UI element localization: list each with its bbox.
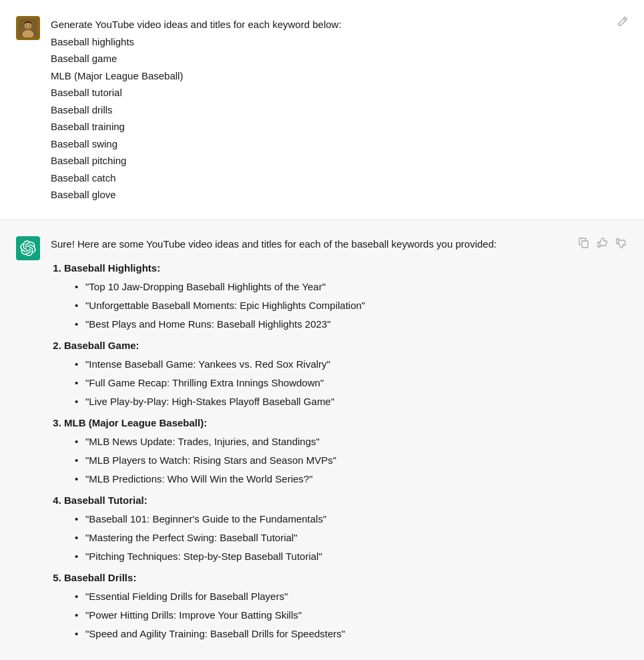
section-5: Baseball Drills: "Essential Fielding Dri… xyxy=(64,570,591,642)
keyword-4: Baseball tutorial xyxy=(51,84,591,101)
keyword-9: Baseball catch xyxy=(51,170,591,187)
ai-message: Sure! Here are some YouTube video ideas … xyxy=(0,220,644,661)
section-2-label: Baseball Game: xyxy=(64,340,139,351)
user-message-content: Generate YouTube video ideas and titles … xyxy=(51,16,591,204)
section-1-item-1: "Top 10 Jaw-Dropping Baseball Highlights… xyxy=(75,279,591,295)
user-message: Generate YouTube video ideas and titles … xyxy=(0,0,644,220)
section-3-items: "MLB News Update: Trades, Injuries, and … xyxy=(64,434,591,487)
section-2-item-3: "Live Play-by-Play: High-Stakes Playoff … xyxy=(75,394,591,410)
section-3-item-3: "MLB Predictions: Who Will Win the World… xyxy=(75,471,591,487)
section-4-items: "Baseball 101: Beginner's Guide to the F… xyxy=(64,511,591,565)
keyword-6: Baseball training xyxy=(51,118,591,135)
section-4-item-2: "Mastering the Perfect Swing: Baseball T… xyxy=(75,530,591,546)
svg-point-3 xyxy=(26,25,27,26)
ai-sections-list: Baseball Highlights: "Top 10 Jaw-Droppin… xyxy=(51,260,591,642)
section-4-label: Baseball Tutorial: xyxy=(64,494,147,506)
section-4-item-1: "Baseball 101: Beginner's Guide to the F… xyxy=(75,511,591,527)
ai-intro: Sure! Here are some YouTube video ideas … xyxy=(51,236,591,252)
keyword-10: Baseball glove xyxy=(51,186,591,204)
ai-avatar xyxy=(16,236,40,260)
svg-point-4 xyxy=(29,25,30,26)
user-avatar xyxy=(16,16,40,40)
ai-message-content: Sure! Here are some YouTube video ideas … xyxy=(51,236,591,647)
section-1-item-3: "Best Plays and Home Runs: Baseball High… xyxy=(75,316,591,332)
section-1: Baseball Highlights: "Top 10 Jaw-Droppin… xyxy=(64,260,591,332)
section-3: MLB (Major League Baseball): "MLB News U… xyxy=(64,415,591,487)
section-2-item-1: "Intense Baseball Game: Yankees vs. Red … xyxy=(75,356,591,372)
section-1-item-2: "Unforgettable Baseball Moments: Epic Hi… xyxy=(75,298,591,314)
section-5-item-1: "Essential Fielding Drills for Baseball … xyxy=(75,589,591,605)
keyword-5: Baseball drills xyxy=(51,101,591,119)
chat-container: Generate YouTube video ideas and titles … xyxy=(0,0,644,660)
keyword-1: Baseball highlights xyxy=(51,33,591,51)
section-3-item-1: "MLB News Update: Trades, Injuries, and … xyxy=(75,434,591,450)
keyword-2: Baseball game xyxy=(51,50,591,67)
keyword-8: Baseball pitching xyxy=(51,152,591,170)
svg-rect-5 xyxy=(582,241,588,248)
section-1-label: Baseball Highlights: xyxy=(64,262,160,274)
keyword-7: Baseball swing xyxy=(51,135,591,153)
keyword-3: MLB (Major League Baseball) xyxy=(51,67,591,85)
section-5-item-3: "Speed and Agility Training: Baseball Dr… xyxy=(75,626,591,642)
section-2: Baseball Game: "Intense Baseball Game: Y… xyxy=(64,338,591,410)
user-prompt: Generate YouTube video ideas and titles … xyxy=(51,16,591,33)
section-4-item-3: "Pitching Techniques: Step-by-Step Baseb… xyxy=(75,549,591,565)
copy-icon[interactable] xyxy=(577,236,591,252)
section-3-label: MLB (Major League Baseball): xyxy=(64,417,207,428)
section-2-items: "Intense Baseball Game: Yankees vs. Red … xyxy=(64,356,591,410)
section-4: Baseball Tutorial: "Baseball 101: Beginn… xyxy=(64,492,591,565)
action-icons xyxy=(577,236,628,252)
thumbs-up-icon[interactable] xyxy=(596,236,609,252)
section-5-label: Baseball Drills: xyxy=(64,572,136,583)
section-3-item-2: "MLB Players to Watch: Rising Stars and … xyxy=(75,452,591,468)
section-1-items: "Top 10 Jaw-Dropping Baseball Highlights… xyxy=(64,279,591,332)
section-5-item-2: "Power Hitting Drills: Improve Your Batt… xyxy=(75,607,591,623)
edit-icon[interactable] xyxy=(617,16,628,29)
section-5-items: "Essential Fielding Drills for Baseball … xyxy=(64,589,591,642)
thumbs-down-icon[interactable] xyxy=(615,236,628,252)
section-2-item-2: "Full Game Recap: Thrilling Extra Inning… xyxy=(75,375,591,391)
